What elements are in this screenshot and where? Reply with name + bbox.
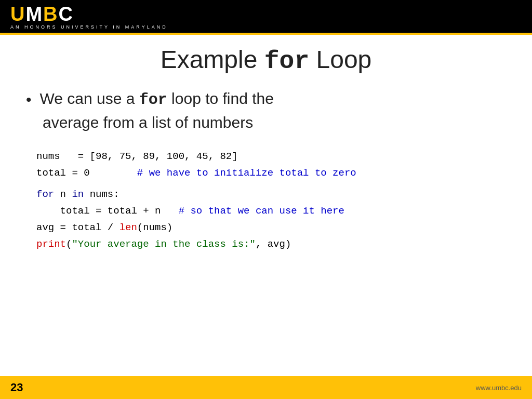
code-line-6: print("Your average in the class is:", a…: [36, 236, 506, 252]
bullet-line2: average from a list of numbers: [43, 112, 506, 132]
page-number: 23: [10, 381, 23, 394]
logo-u: U: [10, 3, 25, 25]
code-line-5: avg = total / len(nums): [36, 219, 506, 236]
bullet-content: We can use a for loop to find the: [40, 88, 506, 110]
code-block: nums = [98, 75, 89, 100, 45, 82] total =…: [36, 148, 506, 253]
title-keyword: for: [264, 47, 309, 75]
umbc-logo: UMBC AN HONORS UNIVERSITY IN MARYLAND: [10, 4, 168, 30]
code-nums-end: (nums): [137, 222, 172, 233]
code-total: total = total + n: [36, 205, 179, 217]
code-n: n: [54, 189, 72, 200]
code-line-3: for n in nums:: [36, 186, 506, 203]
slide-title: Example for Loop: [26, 45, 506, 75]
code-for: for: [36, 189, 54, 200]
code-in: in: [72, 189, 84, 200]
logo-b: B: [43, 3, 58, 25]
bullet-text2: loop to find the: [167, 90, 274, 107]
code-paren-open: (: [66, 238, 72, 250]
code-line-2: total = 0 # we have to initialize total …: [36, 165, 506, 181]
title-rest: Loop: [309, 46, 371, 73]
bullet-text-line1: • We can use a for loop to find the: [26, 88, 506, 110]
footer-url: www.umbc.edu: [476, 384, 522, 392]
bullet-text1: We can use a: [40, 90, 139, 107]
code-line-1: nums = [98, 75, 89, 100, 45, 82]: [36, 148, 506, 165]
footer: 23 www.umbc.edu: [0, 376, 532, 399]
code-line2-black: total = 0: [36, 167, 90, 179]
umbc-text: UMBC: [10, 4, 168, 24]
code-gap: [36, 182, 506, 186]
header: UMBC AN HONORS UNIVERSITY IN MARYLAND: [0, 0, 532, 33]
code-nums: nums:: [84, 189, 119, 200]
code-avg: avg = total /: [36, 222, 119, 233]
logo-c: C: [59, 3, 74, 25]
tagline: AN HONORS UNIVERSITY IN MARYLAND: [10, 25, 168, 30]
bullet-dot: •: [26, 89, 32, 110]
code-line4-comment: # so that we can use it here: [179, 205, 344, 217]
code-len: len: [119, 222, 137, 233]
bullet-keyword: for: [139, 91, 167, 109]
code-line2-comment: # we have to initialize total to zero: [90, 167, 356, 179]
code-string: "Your average in the class is:": [72, 238, 255, 250]
bullet-section: • We can use a for loop to find the aver…: [26, 88, 506, 132]
code-line-4: total = total + n # so that we can use i…: [36, 203, 506, 219]
logo-m: M: [25, 3, 43, 25]
main-content: Example for Loop • We can use a for loop…: [0, 35, 532, 376]
code-avg-end: , avg): [256, 238, 291, 250]
code-print: print: [36, 238, 66, 250]
title-plain: Example: [161, 46, 264, 73]
